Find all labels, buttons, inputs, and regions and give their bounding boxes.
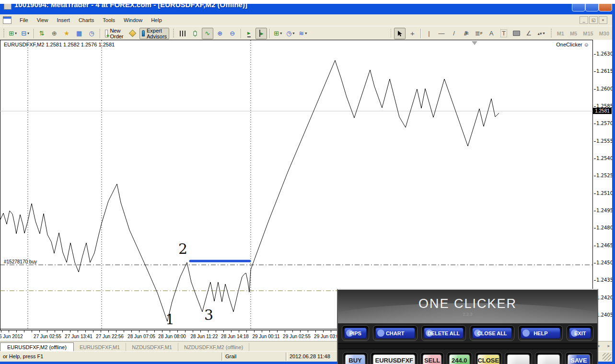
price-tick xyxy=(594,176,596,176)
tab-nzdusdfxf-m1[interactable]: NZDUSDFXF,M1 xyxy=(126,343,178,352)
timeframe-m5-button[interactable]: M5 xyxy=(567,31,580,36)
metatrader-window: { "window": { "title": "10019094: MetaTr… xyxy=(0,0,615,364)
time-label[interactable]: 29 Jun 02:55 xyxy=(283,334,311,339)
time-label[interactable]: 28 Jun 11:22 xyxy=(190,334,218,339)
text-label-button[interactable]: T xyxy=(498,28,510,39)
price-label: 1.2600 xyxy=(596,86,613,91)
timeframe-m15-button[interactable]: M15 xyxy=(580,31,596,36)
timeframe-m30-button[interactable]: M30 xyxy=(596,31,612,36)
close-button[interactable] xyxy=(599,4,612,11)
time-label[interactable]: 27 Jun 22:56 xyxy=(96,334,124,339)
pips-button[interactable]: PIPS xyxy=(344,328,367,339)
save-button[interactable]: SAVE xyxy=(568,354,590,364)
toolbar-grip[interactable] xyxy=(3,29,4,38)
time-label[interactable]: 28 Jun 14:18 xyxy=(221,334,249,339)
auto-scroll-button[interactable]: ▸ xyxy=(243,28,255,39)
time-label[interactable]: 27 Jun 13:41 xyxy=(65,334,93,339)
menu-item-file[interactable]: File xyxy=(15,16,33,24)
chart-minimize-button[interactable]: _ xyxy=(580,16,588,24)
chart-canvas[interactable] xyxy=(0,40,593,330)
indicators-button[interactable]: ⊞▾ xyxy=(272,28,284,39)
tab-nzdusdfxf-m2-offline[interactable]: NZDUSDFXF,M2 (offline) xyxy=(178,343,249,352)
metaeditor-button[interactable] xyxy=(127,28,139,39)
buy-button[interactable]: BUY xyxy=(345,354,365,364)
chart-shift-marker xyxy=(472,41,477,45)
close-button[interactable]: CLOSE xyxy=(477,354,499,364)
exit-button[interactable]: EXIT xyxy=(569,328,591,339)
blank-button[interactable] xyxy=(507,354,530,364)
menu-item-insert[interactable]: Insert xyxy=(52,16,74,24)
close-all-button[interactable]: CLOSE ALL xyxy=(472,328,512,339)
templates-button[interactable]: ≋▾ xyxy=(297,28,309,39)
text-button[interactable]: A xyxy=(486,28,497,39)
timeframe-m1-button[interactable]: M1 xyxy=(554,31,567,36)
chart-close-button[interactable]: × xyxy=(599,16,607,24)
toolbar-grip[interactable] xyxy=(391,29,392,38)
angle-tool-button[interactable]: ∠ xyxy=(523,28,534,39)
time-label[interactable]: 26 Jun 2012 xyxy=(0,334,23,339)
menu-item-window[interactable]: Window xyxy=(119,16,147,24)
tab-eurusdfxf-m1[interactable]: EURUSDFXF,M1 xyxy=(74,343,126,352)
navigator-button[interactable]: ★ xyxy=(61,28,72,39)
shapes-button[interactable] xyxy=(511,28,522,39)
strategy-tester-button[interactable]: ◷ xyxy=(86,28,97,39)
menu-item-tools[interactable]: Tools xyxy=(98,16,119,24)
arrows-button[interactable]: ▴▾▾ xyxy=(535,28,547,39)
chart-button[interactable]: CHART xyxy=(375,328,415,339)
tester-clock-icon: ◷ xyxy=(89,30,94,37)
crosshair-button[interactable]: + xyxy=(406,28,418,39)
price-label: 1.2405 xyxy=(596,312,613,318)
data-window-button[interactable]: ⊕ xyxy=(48,28,60,39)
profiles-button[interactable]: ⊟▾ xyxy=(20,28,31,39)
button-well: SAVE xyxy=(565,352,592,364)
line-chart-button[interactable]: ∿ xyxy=(202,28,213,39)
new-order-button[interactable]: New Order xyxy=(103,28,126,39)
fibonacci-button[interactable]: ≣F xyxy=(473,28,485,39)
tab-eurusdfxf-m2-offline[interactable]: EURUSDFXF,M2 (offline) xyxy=(0,342,74,352)
candlestick-button[interactable] xyxy=(189,28,201,39)
time-label[interactable]: 27 Jun 02:55 xyxy=(34,334,61,339)
button-well: HELP xyxy=(518,325,563,341)
help-button[interactable]: HELP xyxy=(521,328,560,339)
price-label: 1.2480 xyxy=(596,225,613,230)
price-label: 1.2615 xyxy=(596,68,613,74)
bar-chart-button[interactable] xyxy=(177,28,188,39)
trendline-button[interactable]: / xyxy=(448,28,460,39)
new-chart-button[interactable]: ⊞▾ xyxy=(7,28,19,39)
menu-item-help[interactable]: Help xyxy=(147,16,166,24)
market-watch-button[interactable]: ⇅ xyxy=(36,28,47,39)
244-0-label: 244.0 xyxy=(452,357,467,364)
menu-item-charts[interactable]: Charts xyxy=(74,16,98,24)
time-label[interactable]: 29 Jun 00:11 xyxy=(252,334,279,339)
minimize-button[interactable] xyxy=(572,4,585,11)
chart-restore-button[interactable]: ◱ xyxy=(589,16,598,24)
244-0-button[interactable]: 244.0 xyxy=(449,354,470,364)
vertical-line-button[interactable]: | xyxy=(423,28,435,39)
expert-advisors-button[interactable]: Expert Advisors xyxy=(139,28,170,39)
periods-button[interactable]: ◷▾ xyxy=(285,28,296,39)
separator xyxy=(34,29,34,38)
menu-item-view[interactable]: View xyxy=(33,16,53,24)
toolbar: ⊞▾ ⊟▾ ⇅ ⊕ ★ ▦ ◷ New Order Expert Advisor… xyxy=(0,26,612,41)
time-label[interactable]: 28 Jun 08:00 xyxy=(158,334,186,339)
tab-scroll-right-icon[interactable]: ► xyxy=(607,344,611,348)
zoom-in-button[interactable]: ⊕ xyxy=(214,28,226,39)
chart-label: CHART xyxy=(386,330,405,336)
terminal-button[interactable]: ▦ xyxy=(73,28,85,39)
time-label[interactable]: 28 Jun 07:05 xyxy=(128,334,155,339)
horizontal-line-button[interactable]: — xyxy=(436,28,447,39)
toolbar-grip[interactable] xyxy=(173,29,174,38)
resize-grip[interactable] xyxy=(603,353,611,361)
restore-button[interactable] xyxy=(585,4,599,11)
blank-button[interactable] xyxy=(537,354,560,364)
chart-window-icon xyxy=(3,16,12,24)
one-clicker-panel: ONE CLICKER 2.2.3 PIPSCHARTDELETE ALLCLO… xyxy=(337,289,598,364)
cursor-button[interactable] xyxy=(394,28,406,39)
toolbar-grip[interactable] xyxy=(551,29,552,38)
chart-shift-button[interactable]: ▸ xyxy=(255,28,267,39)
delete-all-button[interactable]: DELETE ALL xyxy=(424,328,464,339)
channel-button[interactable]: ///E xyxy=(461,28,472,39)
sell-button[interactable]: SELL xyxy=(423,354,441,364)
zoom-out-button[interactable]: ⊖ xyxy=(227,28,238,39)
eurusdfxf-button[interactable]: EURUSDFXF xyxy=(373,354,415,364)
